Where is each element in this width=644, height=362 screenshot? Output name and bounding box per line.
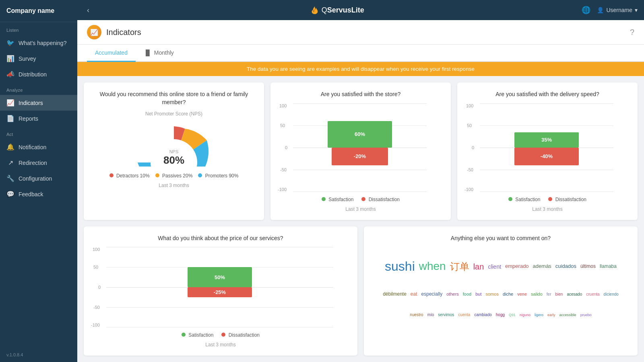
word-cloud-word: vene (516, 290, 528, 298)
word-cloud-word: Q91 (508, 312, 517, 318)
nps-container: Net Promoter Score (NPS) (92, 111, 256, 188)
nps-subtitle: Net Promoter Score (NPS) (145, 111, 202, 117)
gridline-top (293, 103, 427, 104)
word-cloud-word: ligero (533, 312, 545, 318)
sidebar-section-label-act: Act (0, 126, 77, 139)
gridline-top (106, 247, 333, 247)
promoters-label: Promoters 90% (205, 173, 239, 179)
word-cloud-word: cuidados (554, 262, 578, 271)
store-bar-negative: -20% (332, 148, 388, 165)
y-label-0: 0 (472, 145, 474, 150)
survey-icon: 📊 (6, 55, 14, 62)
sidebar-item-configuration[interactable]: 🔧 Configuration (0, 171, 77, 186)
tab-accumulated[interactable]: Accumulated (87, 45, 136, 62)
nps-card: Would you recommend this online store to… (84, 82, 264, 220)
dissatisfaction-dot (361, 197, 365, 201)
notification-icon: 🔔 (6, 143, 14, 151)
price-satisfaction-card: What do you think about the price of our… (84, 226, 357, 356)
y-label-neg50: -50 (467, 167, 473, 172)
word-cloud-word: salido (530, 290, 544, 298)
bar-chart-icon: ▐▌ (144, 49, 152, 56)
word-cloud-word: sushi (384, 256, 416, 277)
nps-last-months: Last 3 months (159, 183, 189, 188)
sidebar-item-survey[interactable]: 📊 Survey (0, 51, 77, 66)
sidebar-item-notification[interactable]: 🔔 Notification (0, 139, 77, 155)
back-button[interactable]: ‹ (84, 4, 93, 16)
price-chart-area: 100 50 0 -50 -100 50% (106, 247, 333, 327)
word-cloud-word: hogg (495, 311, 506, 319)
redirection-icon: ↗ (6, 159, 14, 167)
word-cloud-word: client (487, 262, 502, 272)
sidebar-item-reports[interactable]: 📄 Reports (0, 111, 77, 126)
nps-gauge: NPS 80% (134, 122, 214, 167)
nps-value-label: NPS 80% (163, 149, 184, 167)
passives-legend: Passives 20% (155, 173, 193, 179)
globe-icon[interactable]: 🌐 (582, 6, 590, 14)
word-cloud-word: servimos (437, 311, 455, 319)
word-cloud-word: acesado (566, 291, 583, 298)
gridline-neg50 (293, 170, 427, 170)
store-chart-legend: Satisfaction Dissatisfaction (279, 197, 443, 202)
gridline-bottom (293, 191, 427, 192)
dissatisfaction-dot-d (548, 197, 552, 201)
page-title: Indicators (106, 28, 141, 37)
sidebar-item-whats-happening[interactable]: 🐦 What's happening? (0, 35, 77, 51)
delivery-chart-area: 100 50 0 -50 -100 35% (480, 103, 613, 192)
top-cards-grid: Would you recommend this online store to… (77, 76, 644, 226)
version-label: v.1.0.8.4 (0, 348, 77, 362)
gridline-bottom (480, 191, 613, 192)
user-icon: 👤 (597, 7, 604, 13)
delivery-bar-chart: 100 50 0 -50 -100 35% (465, 103, 630, 212)
price-bar-positive: 50% (188, 267, 252, 287)
user-area[interactable]: 👤 Username ▾ (597, 7, 638, 13)
word-cloud-word: fer (545, 291, 553, 298)
satisfaction-label-p: Satisfaction (188, 332, 213, 338)
delivery-last-months: Last 3 months (465, 206, 630, 212)
chevron-down-icon: ▾ (635, 7, 638, 13)
satisfaction-dot (322, 197, 326, 201)
sidebar-item-redirection[interactable]: ↗ Redirection (0, 155, 77, 171)
warning-banner: The data you are seeing are examples and… (77, 62, 644, 76)
tab-monthly[interactable]: ▐▌ Monthly (136, 45, 182, 62)
word-cloud-word: especially (420, 290, 444, 298)
gridline-50 (480, 125, 613, 126)
y-label-100: 100 (93, 247, 100, 252)
store-dissatisfaction-legend: Dissatisfaction (361, 197, 400, 202)
promoters-legend: Promoters 90% (198, 173, 238, 179)
word-cloud-word: eat (409, 290, 419, 298)
sidebar-item-indicators[interactable]: 📈 Indicators (0, 95, 77, 111)
word-cloud-word: food (462, 290, 473, 298)
word-cloud-word: llamaba (599, 262, 618, 271)
price-last-months: Last 3 months (92, 342, 349, 348)
sidebar: Company name Listen 🐦 What's happening? … (0, 0, 77, 362)
store-satisfaction-legend: Satisfaction (322, 197, 353, 202)
store-satisfaction-card: Are you satisfied with the store? 100 50… (270, 82, 451, 220)
y-label-neg100: -100 (464, 187, 473, 192)
satisfaction-dot-d (508, 197, 512, 201)
dissatisfaction-label: Dissatisfaction (369, 197, 400, 202)
word-cloud-word: diciendo (603, 291, 620, 298)
sidebar-section-label-analyze: Analyze (0, 82, 77, 95)
help-icon[interactable]: ? (630, 28, 634, 37)
nps-legend: Detractors 10% Passives 20% Promoters 90… (109, 173, 239, 179)
y-label-100: 100 (279, 103, 287, 108)
store-bar-chart: 100 50 0 -50 -100 60% (279, 103, 443, 212)
sidebar-item-label: Indicators (19, 100, 43, 106)
tabs-bar: Accumulated ▐▌ Monthly (77, 45, 644, 62)
dissatisfaction-label-d: Dissatisfaction (555, 197, 586, 202)
sidebar-item-distribution[interactable]: 📣 Distribution (0, 66, 77, 82)
y-label-50: 50 (280, 123, 285, 128)
sidebar-item-label: Reports (19, 115, 38, 122)
word-cloud-word: además (532, 262, 553, 271)
word-cloud-word: nuestro (409, 311, 424, 319)
price-bar-negative: -25% (188, 287, 252, 297)
word-cloud-word: diche (502, 290, 514, 298)
logo-flame-icon (310, 6, 319, 14)
store-negative-value: -20% (354, 153, 366, 159)
delivery-chart-legend: Satisfaction Dissatisfaction (465, 197, 630, 202)
satisfaction-dot-p (182, 333, 186, 337)
word-cloud-word: somos (485, 290, 500, 298)
sidebar-item-feedback[interactable]: 💬 Feedback (0, 186, 77, 202)
feedback-icon: 💬 (6, 190, 14, 198)
store-last-months: Last 3 months (279, 206, 443, 212)
